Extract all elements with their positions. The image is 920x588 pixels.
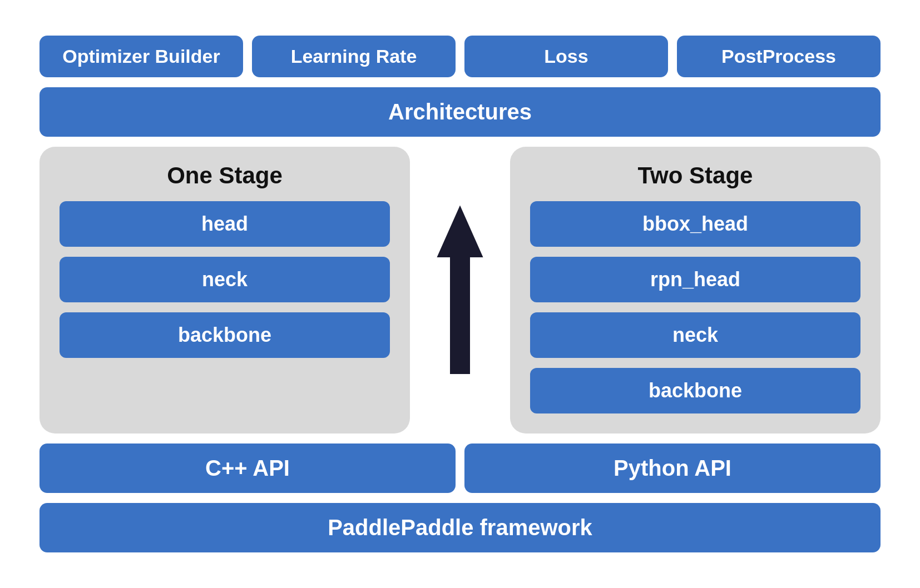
one-stage-backbone[interactable]: backbone (60, 312, 390, 358)
two-stage-bbox-head[interactable]: bbox_head (530, 201, 860, 247)
svg-marker-0 (438, 207, 482, 373)
learning-rate-button[interactable]: Learning Rate (252, 36, 456, 77)
api-row: C++ API Python API (39, 444, 881, 493)
two-stage-box: Two Stage bbox_head rpn_head neck backbo… (510, 147, 881, 433)
top-row: Optimizer Builder Learning Rate Loss Pos… (39, 36, 881, 77)
one-stage-items: head neck backbone (60, 201, 390, 358)
diagram: Optimizer Builder Learning Rate Loss Pos… (26, 22, 894, 566)
two-stage-backbone[interactable]: backbone (530, 368, 860, 413)
two-stage-title: Two Stage (530, 162, 860, 189)
one-stage-title: One Stage (60, 162, 390, 189)
arrow-column (410, 147, 510, 433)
middle-row: One Stage head neck backbone Two Stage b… (39, 147, 881, 433)
two-stage-rpn-head[interactable]: rpn_head (530, 257, 860, 302)
two-stage-items: bbox_head rpn_head neck backbone (530, 201, 860, 413)
cpp-api-button[interactable]: C++ API (39, 444, 456, 493)
up-arrow-icon (435, 201, 485, 379)
one-stage-head[interactable]: head (60, 201, 390, 247)
python-api-button[interactable]: Python API (464, 444, 881, 493)
one-stage-neck[interactable]: neck (60, 257, 390, 302)
architectures-bar[interactable]: Architectures (39, 87, 881, 137)
one-stage-box: One Stage head neck backbone (39, 147, 410, 433)
paddlepaddle-bar[interactable]: PaddlePaddle framework (39, 503, 881, 552)
two-stage-neck[interactable]: neck (530, 312, 860, 358)
loss-button[interactable]: Loss (464, 36, 668, 77)
postprocess-button[interactable]: PostProcess (677, 36, 881, 77)
optimizer-builder-button[interactable]: Optimizer Builder (39, 36, 243, 77)
